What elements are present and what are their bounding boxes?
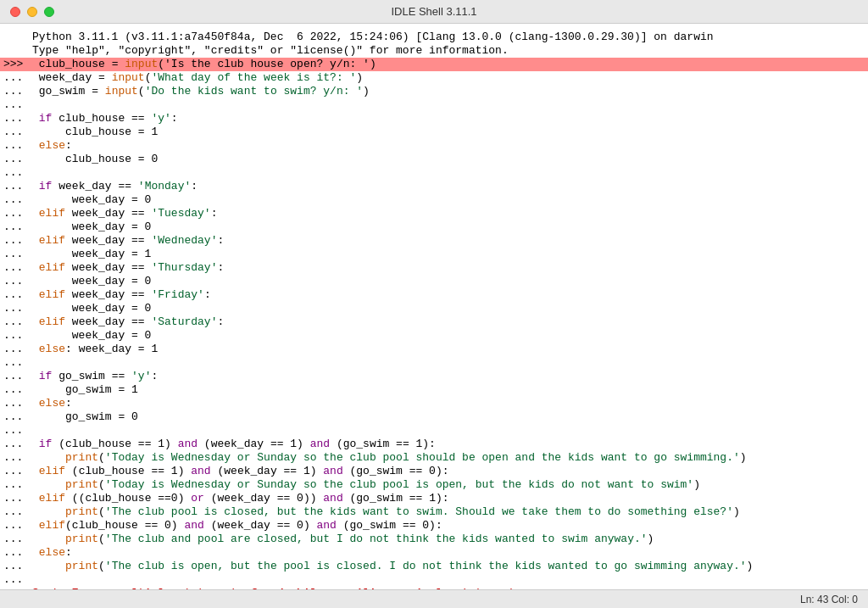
line-else-club: ... else: <box>0 139 868 153</box>
line-saturday-val: ... week_day = 0 <box>0 329 868 343</box>
prompt-cont: ... <box>0 193 31 207</box>
code-line: if club_house == 'y': <box>31 112 868 126</box>
line-tuesday-val: ... week_day = 0 <box>0 220 868 234</box>
line-if-cond1: ... if (club_house == 1) and (week_day =… <box>0 438 868 451</box>
prompt-cont: ... <box>0 248 31 261</box>
code-line: print('Today is Wednesday or Sunday so t… <box>31 478 868 492</box>
code-line: elif (club_house == 1) and (week_day == … <box>31 465 868 478</box>
line-go-swim: ... go_swim = input('Do the kids want to… <box>0 85 868 98</box>
line-print3: ... print('The club pool is closed, but … <box>0 505 868 519</box>
line-else-weekday: ... else: week_day = 1 <box>0 343 868 356</box>
line-elif-thursday: ... elif week_day == 'Thursday': <box>0 261 868 275</box>
window-title: IDLE Shell 3.11.1 <box>391 5 476 18</box>
line-thursday-val: ... week_day = 0 <box>0 275 868 288</box>
prompt-cont: ... <box>0 139 31 153</box>
window: IDLE Shell 3.11.1 Python 3.11.1 (v3.11.1… <box>0 0 868 608</box>
prompt-cont: ... <box>0 180 31 193</box>
code-line: else: <box>31 139 868 153</box>
prompt-cont: ... <box>0 383 31 397</box>
status-bar: Ln: 43 Col: 0 <box>0 589 868 608</box>
prompt-cont: ... <box>0 329 31 343</box>
prompt-cont: ... <box>0 343 31 356</box>
line-print1: ... print('Today is Wednesday or Sunday … <box>0 451 868 465</box>
code-line <box>31 166 868 180</box>
line-print5: ... print('The club is open, but the poo… <box>0 560 868 573</box>
line-elif-cond2: ... elif (club_house == 1) and (week_day… <box>0 465 868 478</box>
code-line: elif week_day == 'Saturday': <box>31 315 868 329</box>
code-line: elif ((club_house ==0) or (week_day == 0… <box>31 492 868 505</box>
code-line: week_day = 0 <box>31 193 868 207</box>
prompt-cont: ... <box>0 275 31 288</box>
prompt-cont: ... <box>0 261 31 275</box>
code-line: week_day = 1 <box>31 248 868 261</box>
line-print2: ... print('Today is Wednesday or Sunday … <box>0 478 868 492</box>
prompt-cont: ... <box>0 370 31 383</box>
code-line: Type "help", "copyright", "credits" or "… <box>31 44 868 58</box>
code-line: week_day = input('What day of the week i… <box>31 71 868 85</box>
code-line: if go_swim == 'y': <box>31 370 868 383</box>
code-line <box>31 98 868 112</box>
code-line: go_swim = 1 <box>31 383 868 397</box>
code-line: if (club_house == 1) and (week_day == 1)… <box>31 438 868 451</box>
line-goswim-1: ... go_swim = 1 <box>0 383 868 397</box>
prompt-cont: ... <box>0 166 31 180</box>
code-line: print('The club is open, but the pool is… <box>31 560 868 573</box>
prompt-cont: ... <box>0 519 31 533</box>
minimize-button[interactable] <box>27 7 37 17</box>
code-line: print('The club pool is closed, but the … <box>31 505 868 519</box>
line-week-day: ... week_day = input('What day of the we… <box>0 71 868 85</box>
line-else-final: ... else: <box>0 546 868 560</box>
prompt-cont: ... <box>0 315 31 329</box>
code-line: print('The club and pool are closed, but… <box>31 533 868 546</box>
line-goswim-0: ... go_swim = 0 <box>0 410 868 424</box>
line-club-1: ... club_house = 1 <box>0 126 868 139</box>
code-line: go_swim = input('Do the kids want to swi… <box>31 85 868 98</box>
prompt-cont: ... <box>0 302 31 315</box>
maximize-button[interactable] <box>44 7 54 17</box>
line-blank-4: ... <box>0 424 868 438</box>
prompt-cont: ... <box>0 71 31 85</box>
prompt-empty <box>0 31 31 44</box>
code-line: club_house = 1 <box>31 126 868 139</box>
prompt-cont: ... <box>0 492 31 505</box>
code-line-highlighted: club_house = input('Is the club house op… <box>31 58 868 71</box>
line-elif-cond3: ... elif ((club_house ==0) or (week_day … <box>0 492 868 505</box>
line-wednesday-val: ... week_day = 1 <box>0 248 868 261</box>
prompt-cont: ... <box>0 397 31 410</box>
line-elif-saturday: ... elif week_day == 'Saturday': <box>0 315 868 329</box>
code-line: elif(club_house == 0) and (week_day == 0… <box>31 519 868 533</box>
line-print4: ... print('The club and pool are closed,… <box>0 533 868 546</box>
prompt-cont: ... <box>0 207 31 220</box>
line-elif-friday: ... elif week_day == 'Friday': <box>0 288 868 302</box>
line-if-club: ... if club_house == 'y': <box>0 112 868 126</box>
code-line <box>31 356 868 370</box>
prompt-cont: ... <box>0 126 31 139</box>
prompt-empty <box>0 44 31 58</box>
line-elif-tuesday: ... elif week_day == 'Tuesday': <box>0 207 868 220</box>
line-highlighted: >>> club_house = input('Is the club hous… <box>0 58 868 71</box>
title-bar: IDLE Shell 3.11.1 <box>0 0 868 24</box>
line-friday-val: ... week_day = 0 <box>0 302 868 315</box>
code-line: print('Today is Wednesday or Sunday so t… <box>31 451 868 465</box>
code-line: else: <box>31 397 868 410</box>
line-if-goswim: ... if go_swim == 'y': <box>0 370 868 383</box>
close-button[interactable] <box>10 7 20 17</box>
code-line: week_day = 0 <box>31 329 868 343</box>
prompt-cont: ... <box>0 220 31 234</box>
shell-content[interactable]: Python 3.11.1 (v3.11.1:a7a450f84a, Dec 6… <box>0 24 868 589</box>
line-elif-cond4: ... elif(club_house == 0) and (week_day … <box>0 519 868 533</box>
prompt-arrow: >>> <box>0 58 31 71</box>
line-monday-val: ... week_day = 0 <box>0 193 868 207</box>
prompt-cont: ... <box>0 424 31 438</box>
line-info-2: Type "help", "copyright", "credits" or "… <box>0 44 868 58</box>
prompt-cont: ... <box>0 505 31 519</box>
line-blank-5: ... <box>0 573 868 587</box>
prompt-cont: ... <box>0 546 31 560</box>
prompt-cont: ... <box>0 560 31 573</box>
line-blank-1: ... <box>0 98 868 112</box>
code-line: if week_day == 'Monday': <box>31 180 868 193</box>
line-blank-2: ... <box>0 166 868 180</box>
prompt-cont: ... <box>0 234 31 248</box>
code-line: week_day = 0 <box>31 220 868 234</box>
prompt-cont: ... <box>0 573 31 587</box>
